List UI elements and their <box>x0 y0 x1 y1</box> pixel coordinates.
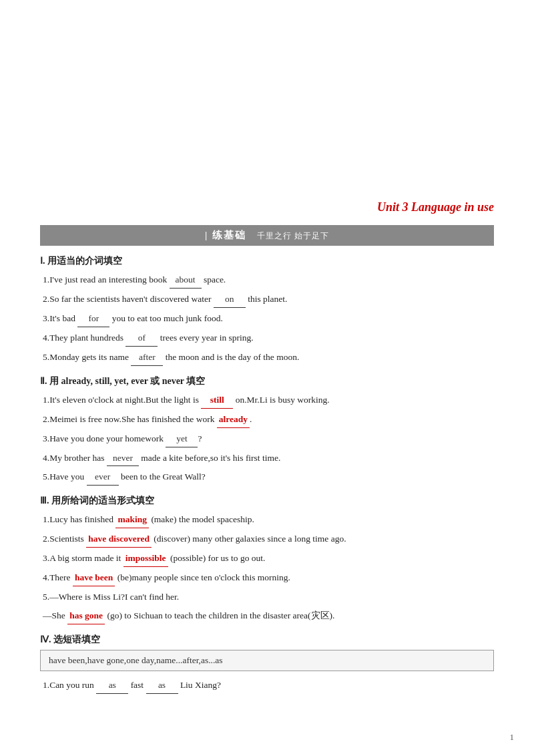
blank: have been <box>73 570 115 586</box>
section-iv-list: 1.Can you run as fast as Liu Xiang? <box>40 678 494 694</box>
list-item: 3.A big storm made it impossible (possib… <box>43 551 494 567</box>
section-ii-list: 1.It's eleven o'clock at night.But the l… <box>40 393 494 486</box>
item-text: 2.Scientists <box>43 534 86 544</box>
list-item: 1.It's eleven o'clock at night.But the l… <box>43 393 494 409</box>
blank: as <box>96 678 128 694</box>
item-text: 3.A big storm made it <box>43 553 123 563</box>
blank: impossible <box>123 551 168 567</box>
blank: after <box>131 350 163 366</box>
item-text: Liu Xiang? <box>178 680 221 690</box>
unit-title: Unit 3 Language in use <box>40 200 494 214</box>
blank: on <box>214 292 246 308</box>
blank: ever <box>87 469 119 486</box>
item-text: trees every year in spring. <box>158 333 253 343</box>
list-item: 4.They plant hundreds of trees every yea… <box>43 331 494 347</box>
item-text: space. <box>202 274 226 285</box>
list-item: 2.So far the scientists haven't discover… <box>43 292 494 308</box>
list-item: 5.Have you ever been to the Great Wall? <box>43 469 494 486</box>
blank: have discovered <box>86 532 152 548</box>
item-text: 1.It's eleven o'clock at night.But the l… <box>43 395 201 405</box>
list-item: 1.I've just read an interesting book abo… <box>43 272 494 289</box>
item-text: —She <box>43 610 67 620</box>
item-text: (possible) for us to go out. <box>168 553 266 563</box>
list-item: 2.Scientists have discovered (discover) … <box>43 532 494 548</box>
blank: already <box>217 412 250 428</box>
blank: still <box>201 393 233 409</box>
list-item: 3.Have you done your homework yet? <box>43 431 494 447</box>
blank: of <box>125 331 158 347</box>
item-text: (go) to Sichuan to teach the children in… <box>105 610 334 620</box>
blank: has gone <box>67 608 105 624</box>
item-text: the moon and is the day of the moon. <box>163 352 299 362</box>
section-iii-title: Ⅲ. 用所给词的适当形式填空 <box>40 495 494 507</box>
list-item: 1.Lucy has finished making (make) the mo… <box>43 512 494 528</box>
banner-main: | 练基础 <box>205 230 246 240</box>
blank: about <box>170 272 202 289</box>
blank: as <box>146 678 178 694</box>
blank: for <box>77 311 109 327</box>
list-item: 2.Meimei is free now.She has finished th… <box>43 412 494 428</box>
item-text: 1.Can you run <box>43 680 96 690</box>
item-text: this planet. <box>246 294 288 304</box>
list-item: 4.There have been (be)many people since … <box>43 570 494 586</box>
item-text: 1.I've just read an interesting book <box>43 274 170 285</box>
item-text: (be)many people since ten o'clock this m… <box>115 572 290 582</box>
list-item: 5.Monday gets its name after the moon an… <box>43 350 494 366</box>
blank: yet <box>166 431 198 447</box>
item-text: 5.Have you <box>43 471 87 482</box>
page-number: 1 <box>510 732 515 743</box>
item-text: (make) the model spaceship. <box>149 514 254 524</box>
section-i-title: Ⅰ. 用适当的介词填空 <box>40 255 494 267</box>
section-banner: | 练基础 千里之行 始于足下 <box>40 225 494 246</box>
item-text: 5.—Where is Miss Li?I can't find her. <box>43 592 179 602</box>
item-text: 4.My brother has <box>43 453 107 463</box>
section-i-list: 1.I've just read an interesting book abo… <box>40 272 494 366</box>
item-text: fast <box>128 680 146 690</box>
list-item: 4.My brother has never made a kite befor… <box>43 451 494 467</box>
item-text: 4.They plant hundreds <box>43 333 125 343</box>
item-text: 1.Lucy has finished <box>43 514 115 524</box>
banner-sub: 千里之行 始于足下 <box>257 231 329 240</box>
item-text: 5.Monday gets its name <box>43 352 131 362</box>
section-iii-list: 1.Lucy has finished making (make) the mo… <box>40 512 494 624</box>
list-item: 1.Can you run as fast as Liu Xiang? <box>43 678 494 694</box>
item-text: 4.There <box>43 572 73 582</box>
section-ii-title: Ⅱ. 用 already, still, yet, ever 或 never 填… <box>40 375 494 387</box>
item-text: 3.It's bad <box>43 313 77 323</box>
item-text: on.Mr.Li is busy working. <box>233 395 329 405</box>
item-text: ? <box>198 433 202 443</box>
item-text: you to eat too much junk food. <box>109 313 222 323</box>
item-text: (discover) many other galaxies since a l… <box>152 534 346 544</box>
item-text: 3.Have you done your homework <box>43 433 166 443</box>
blank: never <box>107 451 139 467</box>
section-iv-title: Ⅳ. 选短语填空 <box>40 634 494 646</box>
word-bank: have been,have gone,one day,name...after… <box>40 650 494 671</box>
item-text: 2.Meimei is free now.She has finished th… <box>43 414 217 424</box>
item-text: made a kite before,so it's his first tim… <box>139 453 280 463</box>
list-item: 3.It's bad for you to eat too much junk … <box>43 311 494 327</box>
list-item: —She has gone (go) to Sichuan to teach t… <box>43 608 494 624</box>
list-item: 5.—Where is Miss Li?I can't find her. <box>43 590 494 605</box>
item-text: been to the Great Wall? <box>119 471 206 482</box>
item-text: 2.So far the scientists haven't discover… <box>43 294 214 304</box>
blank: making <box>115 512 149 528</box>
item-text: . <box>250 414 252 424</box>
